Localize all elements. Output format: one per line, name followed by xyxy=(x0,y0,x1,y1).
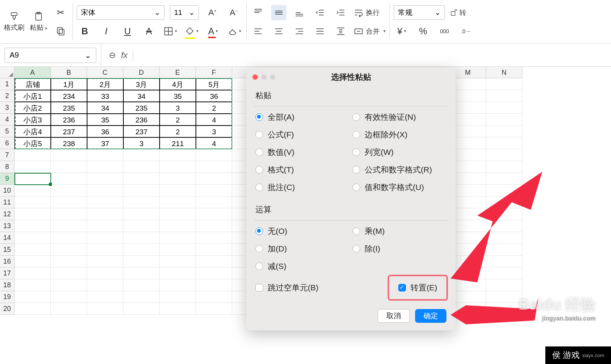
row-header[interactable]: 7 xyxy=(0,149,15,161)
row-header[interactable]: 8 xyxy=(0,161,15,173)
radio-op-subtract[interactable]: 减(S) xyxy=(255,261,349,272)
cell[interactable] xyxy=(51,161,87,173)
cell[interactable] xyxy=(160,173,196,185)
align-bottom-button[interactable] xyxy=(292,5,307,20)
wrap-text-button[interactable]: 换行 xyxy=(354,8,380,18)
radio-op-multiply[interactable]: 乘(M) xyxy=(352,226,446,237)
cell[interactable] xyxy=(51,244,87,256)
cell[interactable] xyxy=(196,208,232,220)
cell[interactable] xyxy=(15,173,51,185)
distribute-button[interactable] xyxy=(333,24,348,39)
cell[interactable] xyxy=(87,173,123,185)
cell[interactable] xyxy=(123,208,160,220)
cell[interactable] xyxy=(87,256,123,267)
cell[interactable] xyxy=(196,291,232,303)
cell[interactable] xyxy=(15,244,51,256)
cell[interactable] xyxy=(15,303,51,315)
cell[interactable] xyxy=(15,161,51,173)
cell[interactable] xyxy=(51,232,87,244)
cell[interactable] xyxy=(123,232,160,244)
row-header[interactable]: 6 xyxy=(0,137,15,149)
cell[interactable] xyxy=(160,279,196,291)
row-header[interactable]: 13 xyxy=(0,220,15,232)
cell[interactable] xyxy=(196,303,232,315)
cell[interactable] xyxy=(196,196,232,208)
radio-paste-col-widths[interactable]: 列宽(W) xyxy=(352,147,446,158)
increase-font-button[interactable]: A+ xyxy=(204,5,220,21)
cell[interactable] xyxy=(123,244,160,256)
ok-button[interactable]: 确定 xyxy=(415,309,446,323)
col-header-B[interactable]: B xyxy=(51,67,87,78)
cell[interactable] xyxy=(51,149,87,161)
select-all-corner[interactable] xyxy=(0,67,15,78)
cell[interactable]: 236 xyxy=(123,114,160,126)
cell[interactable] xyxy=(15,149,51,161)
cell[interactable]: 5月 xyxy=(196,78,232,90)
cell[interactable]: 237 xyxy=(51,126,87,137)
cell[interactable]: 4 xyxy=(196,137,232,149)
cell[interactable] xyxy=(486,161,522,173)
cell[interactable] xyxy=(87,244,123,256)
cell[interactable] xyxy=(87,303,123,315)
cell[interactable] xyxy=(196,185,232,196)
col-header-E[interactable]: E xyxy=(160,67,196,78)
cell[interactable] xyxy=(15,267,51,279)
cell[interactable] xyxy=(486,173,522,185)
cell[interactable] xyxy=(486,256,522,267)
cell[interactable] xyxy=(196,244,232,256)
borders-button[interactable] xyxy=(162,23,178,39)
align-top-button[interactable] xyxy=(251,5,266,20)
cell[interactable]: 2 xyxy=(160,114,196,126)
cell[interactable] xyxy=(486,149,522,161)
cell[interactable]: 1月 xyxy=(51,78,87,90)
strikethrough-button[interactable]: A xyxy=(141,23,157,39)
number-format-select[interactable]: 常规 ⌄ xyxy=(394,5,445,20)
cell[interactable] xyxy=(51,185,87,196)
fx-icon[interactable]: fx xyxy=(121,50,128,60)
row-header[interactable]: 14 xyxy=(0,232,15,244)
align-right-button[interactable] xyxy=(292,24,307,39)
cell[interactable] xyxy=(51,196,87,208)
cell[interactable]: 238 xyxy=(51,137,87,149)
cell[interactable]: 235 xyxy=(51,102,87,114)
font-color-button[interactable]: A xyxy=(205,23,221,39)
cell[interactable] xyxy=(51,279,87,291)
cut-button[interactable]: ✂ xyxy=(53,5,69,21)
copy-button[interactable] xyxy=(53,23,69,39)
cell[interactable] xyxy=(160,149,196,161)
cell[interactable]: 33 xyxy=(87,90,123,102)
cell[interactable] xyxy=(486,220,522,232)
cell[interactable] xyxy=(123,303,160,315)
cell[interactable] xyxy=(196,220,232,232)
row-header[interactable]: 10 xyxy=(0,185,15,196)
skip-blanks-checkbox[interactable]: 跳过空单元(B) xyxy=(246,275,328,301)
cell[interactable] xyxy=(51,291,87,303)
eraser-button[interactable] xyxy=(226,23,242,39)
row-header[interactable]: 20 xyxy=(0,303,15,315)
cell[interactable]: 2月 xyxy=(87,78,123,90)
cell[interactable]: 3 xyxy=(160,102,196,114)
justify-button[interactable] xyxy=(312,24,328,39)
cell[interactable] xyxy=(486,102,522,114)
col-header-D[interactable]: D xyxy=(123,67,160,78)
cell[interactable] xyxy=(196,161,232,173)
cell[interactable]: 3 xyxy=(196,126,232,137)
radio-paste-formats[interactable]: 格式(T) xyxy=(255,164,349,175)
cell[interactable]: 2 xyxy=(160,126,196,137)
cell[interactable] xyxy=(160,232,196,244)
underline-button[interactable]: U xyxy=(120,23,136,39)
radio-paste-values-num[interactable]: 值和数字格式(U) xyxy=(352,182,446,193)
cell[interactable] xyxy=(123,149,160,161)
cell[interactable]: 36 xyxy=(87,126,123,137)
radio-paste-comments[interactable]: 批注(C) xyxy=(255,182,349,193)
cell[interactable]: 235 xyxy=(123,102,160,114)
currency-button[interactable]: ¥ xyxy=(394,23,410,39)
radio-paste-formulas[interactable]: 公式(F) xyxy=(255,129,349,140)
cell[interactable]: 店铺 xyxy=(15,78,51,90)
cell[interactable]: 小店5 xyxy=(15,137,51,149)
cell[interactable] xyxy=(486,291,522,303)
cell[interactable] xyxy=(160,185,196,196)
cell[interactable] xyxy=(51,267,87,279)
cell[interactable] xyxy=(123,256,160,267)
cell[interactable]: 小店2 xyxy=(15,102,51,114)
